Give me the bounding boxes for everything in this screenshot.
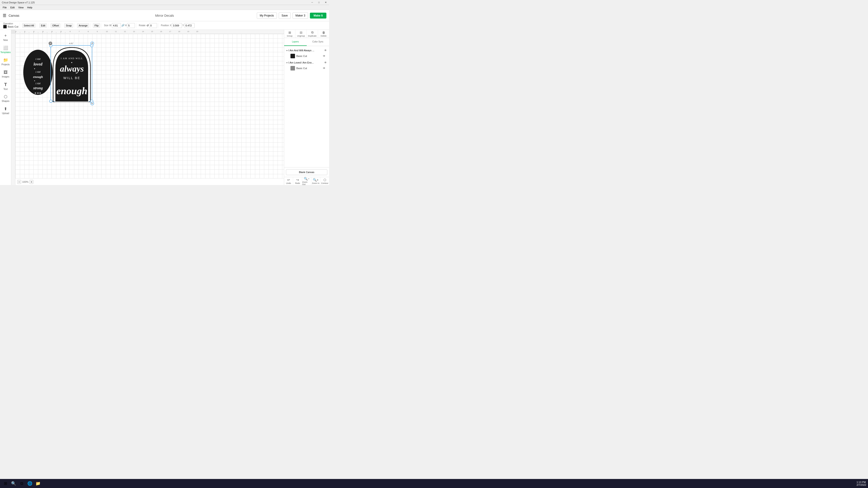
y-input[interactable] [184,23,195,28]
close-selection-icon[interactable]: ✕ [49,41,52,45]
projects-icon: 📁 [3,58,8,63]
width-input[interactable] [112,23,121,28]
rotate-handle-icon-br[interactable]: ↻ [90,102,94,105]
duplicate-button[interactable]: ⧉ Duplicate [307,30,318,38]
visibility-toggle-1[interactable]: 👁 [324,49,327,52]
selection-label: 4.81" [68,42,74,45]
redo-button[interactable]: ↪ Redo [293,177,302,185]
handle-bottom-left[interactable] [49,100,53,103]
select-all-button[interactable]: Select All [22,23,35,28]
machine-button[interactable]: Maker 3 [292,12,308,19]
my-projects-button[interactable]: My Projects [257,12,277,19]
right-panel: ⊞ Group ⊟ Ungroup ⧉ Duplicate 🗑 Delete [284,30,329,185]
zoom-in-label: Zoom In [312,182,319,184]
rotate-label: Rotate [139,24,145,27]
zoom-in-button[interactable]: + [29,180,33,184]
redo-label: Redo [295,182,300,184]
design-element-2[interactable]: 4.81" ✕ ↺ ↻ [51,45,92,102]
toolbar-operation: Operation Basic Cut [2,23,20,29]
layer-group-1-header[interactable]: ▾ I Am And Will Always ... 👁 [286,48,327,53]
rotate-handle-icon[interactable]: ↺ [90,41,94,45]
hamburger-menu[interactable]: ☰ [3,13,6,18]
zoom-out-panel-button[interactable]: 🔍− Zoom Out [302,177,311,185]
canvas-footer: − 100% + [16,178,284,185]
flip-button[interactable]: Flip [93,23,100,28]
redo-icon: ↪ [296,178,299,182]
visibility-toggle-2[interactable]: 👁 [324,61,327,64]
sidebar-item-new[interactable]: + New [1,32,11,43]
visibility-toggle-1-1[interactable]: 👁 [323,55,326,58]
design-svg-2: I AM AND WILL ♥ always WILL BE enough [51,46,93,102]
templates-icon: ⬜ [3,45,8,51]
offset-button[interactable]: Offset [51,23,60,28]
snap-button[interactable]: Snap [64,23,73,28]
menu-help[interactable]: Help [25,6,34,9]
make-it-button[interactable]: Make It [310,13,327,19]
layer-item-1-1[interactable]: Basic Cut 👁 [286,53,327,59]
menu-edit[interactable]: Edit [8,6,17,9]
design-element-1[interactable]: I AM loved ♥ I AM enough ♥ I AM strong ✿… [22,47,54,97]
zoom-out-button[interactable]: − [17,180,21,184]
contour-button[interactable]: ⬡ Contour [320,177,329,185]
zoom-out-panel-icon: 🔍− [304,177,309,181]
visibility-toggle-2-1[interactable]: 👁 [323,67,326,70]
title-bar: Cricut Design Space v7.1.125 ─ □ ✕ [0,0,329,5]
lock-ratio-icon[interactable]: 🔗 [121,24,125,27]
svg-text:enough: enough [33,75,43,78]
delete-button[interactable]: 🗑 Delete [318,30,329,38]
layer-group-2-header[interactable]: ▾ I Am Loved I Am Eno... 👁 [286,60,327,65]
close-button[interactable]: ✕ [322,0,329,5]
duplicate-label: Duplicate [308,35,317,37]
toolbar: Operation Basic Cut Select All Edit Offs… [0,21,329,30]
menu-view[interactable]: View [17,6,26,9]
svg-text:always: always [60,64,84,73]
height-label: H [125,24,127,27]
images-icon: 🖼 [4,70,8,75]
tab-color-sync[interactable]: Color Sync [307,38,329,46]
zoom-level: 100% [22,181,29,183]
layer-item-2-1[interactable]: Basic Cut 👁 [286,65,327,71]
left-sidebar: + New ⬜ Templates 📁 Projects 🖼 Images T … [0,30,11,185]
tab-layers[interactable]: Layers [284,38,307,46]
height-input[interactable] [127,23,135,28]
group-button[interactable]: ⊞ Group [284,30,296,38]
undo-button[interactable]: ↩ Undo [284,177,293,185]
maximize-button[interactable]: □ [315,0,322,5]
layer-thumbnail-1-1 [290,54,295,58]
toolbar-flip: Flip [92,23,102,28]
toolbar-size: Size W 🔗 H [103,23,136,28]
app-header: ☰ Canvas Mirror Decals My Projects Save … [0,10,329,21]
layer-name-1-1: Basic Cut [296,55,321,57]
rotate-icon: ↺ [147,24,149,27]
layer-group-1-name: I Am And Will Always ... [288,49,314,52]
svg-text:WILL BE: WILL BE [63,76,81,80]
save-button[interactable]: Save [279,12,291,19]
svg-text:♥: ♥ [34,68,35,70]
canvas-area[interactable]: 0 1 2 3 4 5 6 7 8 9 10 11 12 13 14 15 16 [11,30,284,185]
sidebar-item-upload[interactable]: ⬆ Upload [1,105,11,116]
tab-layers-label: Layers [292,40,299,43]
operation-color[interactable] [3,25,7,29]
ungroup-label: Ungroup [297,35,305,37]
zoom-out-label: Zoom Out [302,181,311,185]
ungroup-button[interactable]: ⊟ Ungroup [296,30,307,38]
sidebar-item-text[interactable]: T Text [1,80,11,92]
canvas-content[interactable]: I AM loved ♥ I AM enough ♥ I AM strong ✿… [16,34,284,178]
rotate-input[interactable] [149,23,157,28]
right-panel-actions: ↩ Undo ↪ Redo 🔍− Zoom Out 🔍+ Zoom In ⬡ [284,177,329,185]
delete-icon: 🗑 [322,31,325,34]
x-input[interactable] [172,23,182,28]
zoom-in-panel-button[interactable]: 🔍+ Zoom In [311,177,320,185]
sidebar-item-shapes[interactable]: ⬡ Shapes [1,93,11,104]
sidebar-item-templates[interactable]: ⬜ Templates [1,44,11,55]
menu-file[interactable]: File [1,6,8,9]
edit-button[interactable]: Edit [39,23,47,28]
text-icon: T [4,82,7,87]
sidebar-item-projects[interactable]: 📁 Projects [1,56,11,67]
sidebar-item-images[interactable]: 🖼 Images [1,68,11,79]
operation-value: Basic Cut [8,25,18,28]
toolbar-offset: Offset [49,23,62,28]
blank-canvas-button[interactable]: Blank Canvas [286,169,327,175]
arrange-button[interactable]: Arrange [77,23,89,28]
minimize-button[interactable]: ─ [309,0,315,5]
